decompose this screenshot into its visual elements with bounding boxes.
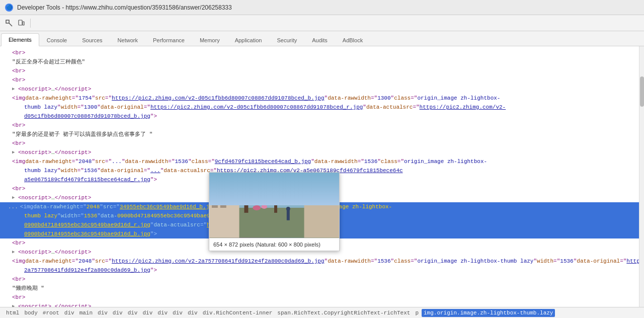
inspect-button[interactable]: [4, 18, 14, 28]
code-text: "懒癌晚期 ": [12, 284, 44, 293]
svg-rect-0: [6, 20, 9, 23]
svg-rect-3: [23, 22, 24, 25]
code-tag: <br>: [12, 293, 25, 302]
tab-security[interactable]: Security: [269, 34, 304, 46]
code-line[interactable]: ▶ <noscript>…</noscript>: [0, 302, 639, 307]
code-line[interactable]: 2a757708641fdd912e4f2a800c0dad69_b.jpg">: [0, 266, 639, 275]
code-comment: …: [51, 193, 55, 202]
code-comment: …: [51, 85, 55, 94]
scrollbar-thumb[interactable]: [640, 76, 644, 107]
tab-console[interactable]: Console: [39, 34, 74, 46]
breadcrumb-div-5[interactable]: div: [140, 310, 154, 316]
title-bar: 🔵 Developer Tools - https://www.zhihu.co…: [0, 0, 644, 15]
code-tag: <br>: [12, 238, 25, 248]
code-tag: <img: [20, 202, 33, 211]
code-line[interactable]: d05c1fbb6d80007c08867dd91078bced_b.jpg">: [0, 112, 639, 121]
svg-line-1: [9, 23, 12, 26]
breadcrumb-div-1[interactable]: div: [62, 310, 76, 316]
code-line[interactable]: ▶ <noscript>…</noscript>: [0, 85, 639, 94]
expand-arrow[interactable]: ▶: [12, 248, 18, 257]
code-area[interactable]: <br> "反正全身不会超过三种颜色" <br> <br>: [0, 46, 639, 307]
code-text: "反正全身不会超过三种颜色": [12, 57, 85, 66]
code-view: <br> "反正全身不会超过三种颜色" <br> <br>: [0, 46, 644, 307]
breadcrumb-span-richtext[interactable]: span.RichText.CopyrightRichText-richText: [275, 310, 412, 316]
code-line[interactable]: ▶ <noscript>…</noscript>: [0, 148, 639, 157]
sky-decoration: [209, 173, 339, 205]
vertical-scrollbar[interactable]: [639, 46, 644, 307]
breadcrumb-div-6[interactable]: div: [155, 310, 170, 316]
svg-rect-22: [287, 210, 290, 220]
expand-arrow[interactable]: ▶: [12, 193, 18, 202]
code-line[interactable]: thumb lazy" width="1300" data-original="…: [0, 103, 639, 112]
code-tag: <img: [12, 257, 25, 266]
code-line[interactable]: "懒癌晚期 ": [0, 284, 639, 293]
expand-arrow[interactable]: ▶: [12, 85, 18, 94]
breadcrumb-div-3[interactable]: div: [111, 310, 125, 316]
dots-indicator: ...: [4, 202, 18, 211]
tab-application[interactable]: Application: [227, 34, 270, 46]
breadcrumb-div-2[interactable]: div: [96, 310, 110, 316]
code-comment: …: [51, 248, 55, 257]
code-line[interactable]: <br>: [0, 75, 639, 85]
tooltip-size-text: 654 × 872 pixels (Natural: 600 × 800 pix…: [209, 238, 339, 251]
breadcrumb-main[interactable]: main: [77, 310, 95, 316]
tab-audits[interactable]: Audits: [304, 34, 335, 46]
image-preview-tooltip: 654 × 872 pixels (Natural: 600 × 800 pix…: [209, 172, 340, 251]
code-tag: </noscript>: [55, 193, 92, 202]
breadcrumb-p[interactable]: p: [413, 310, 421, 316]
svg-point-17: [261, 205, 267, 209]
tab-network[interactable]: Network: [110, 34, 145, 46]
code-line[interactable]: <br>: [0, 139, 639, 148]
code-line[interactable]: <br>: [0, 121, 639, 130]
code-line[interactable]: "反正全身不会超过三种颜色": [0, 57, 639, 66]
code-line[interactable]: <img data-rawheight="2048" src="https://…: [0, 257, 639, 266]
code-line[interactable]: <img data-rawheight="2048" src="..." dat…: [0, 157, 639, 166]
code-line[interactable]: <br>: [0, 66, 639, 75]
expand-arrow[interactable]: ▶: [12, 302, 18, 307]
breadcrumb-div-8[interactable]: div: [186, 310, 200, 316]
devtools-toolbar: [0, 15, 644, 31]
code-tag: <noscript>: [18, 85, 51, 94]
code-tag: </noscript>: [55, 148, 92, 157]
device-toggle-button[interactable]: [16, 18, 26, 28]
tab-elements[interactable]: Elements: [1, 33, 39, 46]
tab-performance[interactable]: Performance: [145, 34, 192, 46]
expand-arrow[interactable]: ▶: [12, 148, 18, 157]
chrome-icon: 🔵: [5, 4, 13, 12]
code-tag: <noscript>: [18, 248, 51, 257]
code-tag: </noscript>: [55, 248, 92, 257]
code-tag: </noscript>: [55, 85, 92, 94]
svg-point-16: [253, 205, 261, 210]
breadcrumb-img-selected[interactable]: img.origin.image.zh-lightbox-thumb.lazy: [422, 309, 555, 317]
tab-sources[interactable]: Sources: [74, 34, 110, 46]
code-line[interactable]: <img data-rawheight="1754" src="https://…: [0, 94, 639, 103]
code-tag: <br>: [12, 139, 25, 148]
code-line[interactable]: <br>: [0, 293, 639, 302]
svg-point-23: [286, 207, 290, 211]
code-line[interactable]: "穿最多的还是裙子 裙子可以搞盖很多缺点也省事多了 ": [0, 130, 639, 139]
code-tag: <br>: [12, 184, 25, 193]
tab-bar: Elements Console Sources Network Perform…: [0, 31, 644, 46]
code-tag: <br>: [12, 48, 25, 57]
breadcrumb-div-7[interactable]: div: [171, 310, 185, 316]
breadcrumb-div-4[interactable]: div: [126, 310, 140, 316]
breadcrumb-body[interactable]: body: [22, 310, 39, 316]
code-tag: <img: [12, 94, 25, 103]
tab-adblock[interactable]: AdBlock: [335, 34, 370, 46]
breadcrumb-root[interactable]: #root: [41, 310, 61, 316]
code-tag: <br>: [12, 275, 25, 284]
code-tag: <img: [12, 157, 25, 166]
code-text: "穿最多的还是裙子 裙子可以搞盖很多缺点也省事多了 ": [12, 130, 152, 139]
code-tag: <noscript>: [18, 193, 51, 202]
code-line[interactable]: <br>: [0, 48, 639, 57]
code-comment: …: [51, 148, 55, 157]
breadcrumb-bar: html body #root div main div div div div…: [0, 307, 644, 318]
code-line[interactable]: <br>: [0, 275, 639, 284]
tab-memory[interactable]: Memory: [192, 34, 227, 46]
title-text: Developer Tools - https://www.zhihu.com/…: [17, 4, 232, 11]
breadcrumb-div-richcontent[interactable]: div.RichContent-inner: [201, 310, 275, 316]
code-tag: <noscript>: [18, 302, 51, 307]
breadcrumb-html[interactable]: html: [4, 310, 21, 316]
code-tag: <br>: [12, 66, 25, 75]
main-content: <br> "反正全身不会超过三种颜色" <br> <br>: [0, 46, 644, 318]
